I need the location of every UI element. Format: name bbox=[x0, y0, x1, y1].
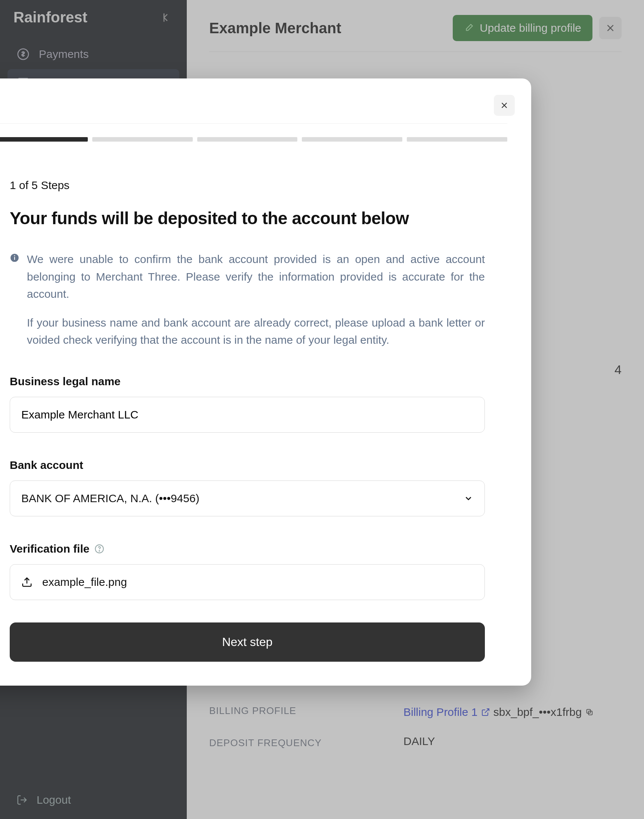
legal-name-label: Business legal name bbox=[10, 375, 485, 388]
modal-overlay: 1 of 5 Steps Your funds will be deposite… bbox=[0, 0, 644, 819]
legal-name-input[interactable] bbox=[10, 397, 485, 433]
bank-account-select[interactable]: BANK OF AMERICA, N.A. (•••9456) bbox=[10, 480, 485, 516]
upload-icon bbox=[21, 577, 32, 588]
svg-point-20 bbox=[14, 255, 15, 256]
info-icon bbox=[10, 253, 20, 349]
bank-account-value: BANK OF AMERICA, N.A. (•••9456) bbox=[21, 492, 199, 505]
info-alert: We were unable to confirm the bank accou… bbox=[10, 251, 485, 349]
help-icon[interactable] bbox=[95, 544, 104, 554]
onboarding-modal: 1 of 5 Steps Your funds will be deposite… bbox=[0, 78, 531, 686]
svg-point-22 bbox=[100, 551, 100, 551]
modal-close-button[interactable] bbox=[494, 95, 515, 116]
step-count: 1 of 5 Steps bbox=[10, 179, 485, 192]
step-indicator-3 bbox=[197, 137, 298, 142]
alert-paragraph-2: If your business name and bank account a… bbox=[27, 314, 485, 349]
alert-paragraph-1: We were unable to confirm the bank accou… bbox=[27, 251, 485, 303]
field-legal-name: Business legal name bbox=[10, 375, 485, 433]
next-step-label: Next step bbox=[222, 635, 272, 649]
verification-file-name: example_file.png bbox=[42, 576, 127, 589]
verification-file-input[interactable]: example_file.png bbox=[10, 564, 485, 600]
field-bank-account: Bank account BANK OF AMERICA, N.A. (•••9… bbox=[10, 459, 485, 516]
legal-name-input-el[interactable] bbox=[21, 408, 473, 421]
step-progress bbox=[0, 137, 507, 142]
modal-title: Your funds will be deposited to the acco… bbox=[10, 208, 485, 228]
step-indicator-5 bbox=[407, 137, 507, 142]
chevron-down-icon bbox=[463, 494, 473, 503]
close-icon bbox=[500, 101, 508, 109]
step-indicator-2 bbox=[92, 137, 193, 142]
next-step-button[interactable]: Next step bbox=[10, 623, 485, 662]
bank-account-label: Bank account bbox=[10, 459, 485, 471]
step-indicator-1 bbox=[0, 137, 88, 142]
svg-rect-19 bbox=[14, 257, 15, 260]
step-indicator-4 bbox=[302, 137, 402, 142]
field-verification-file: Verification file example_file.png bbox=[10, 543, 485, 600]
verification-file-label: Verification file bbox=[10, 543, 89, 555]
